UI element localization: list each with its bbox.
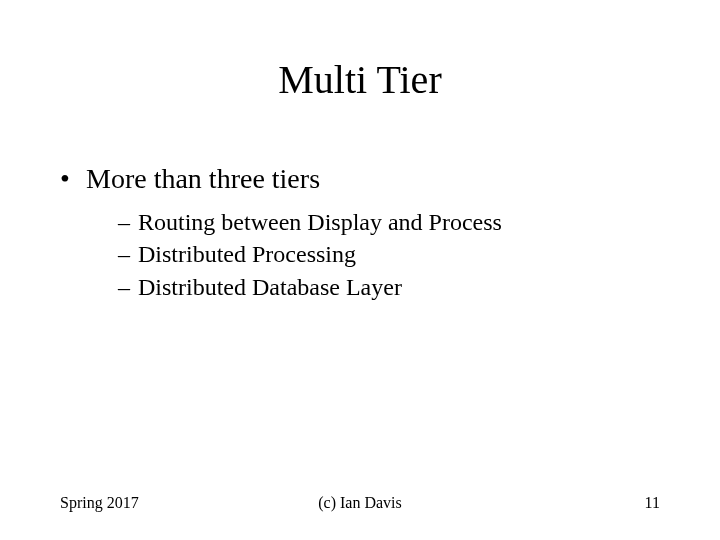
slide: Multi Tier More than three tiers Routing… [0,0,720,540]
bullet-level2-text: Routing between Display and Process [138,209,502,235]
footer-center: (c) Ian Davis [60,494,660,512]
footer-left: Spring 2017 [60,494,139,512]
bullet-level2-item: Distributed Database Layer [118,271,660,303]
bullet-level1-item: More than three tiers Routing between Di… [60,160,660,303]
bullet-list-level1: More than three tiers Routing between Di… [60,160,660,303]
footer-right: 11 [645,494,660,512]
bullet-list-level2: Routing between Display and Process Dist… [86,206,660,303]
bullet-level2-text: Distributed Processing [138,241,356,267]
slide-body: More than three tiers Routing between Di… [60,160,660,309]
bullet-level2-text: Distributed Database Layer [138,274,402,300]
slide-footer: Spring 2017 (c) Ian Davis 11 [60,494,660,512]
bullet-level1-text: More than three tiers [86,163,320,194]
bullet-level2-item: Routing between Display and Process [118,206,660,238]
slide-title: Multi Tier [0,56,720,103]
bullet-level2-item: Distributed Processing [118,238,660,270]
